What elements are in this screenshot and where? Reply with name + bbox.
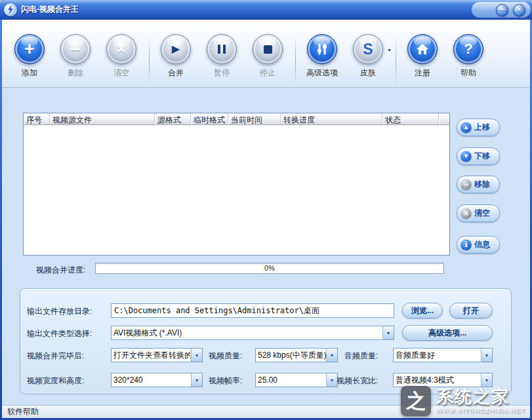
play-icon: ▶ — [161, 34, 191, 64]
toolbar: + 添加 − 删除 × 清空 ▶ 合并 — [2, 20, 530, 88]
merge-button[interactable]: ▶ 合并 — [153, 34, 198, 79]
cross-icon: × — [460, 208, 472, 219]
output-type-select[interactable]: AVI视频格式 (*.AVI) ▼ — [111, 326, 394, 340]
move-up-button[interactable]: ▲ 上移 — [457, 119, 500, 136]
pause-button[interactable]: 暂停 — [199, 34, 244, 79]
file-table: 序号 视频源文件 源格式 临时格式 当前时间 转换进度 状态 — [23, 113, 450, 256]
file-table-header: 序号 视频源文件 源格式 临时格式 当前时间 转换进度 状态 — [24, 113, 449, 125]
help-button[interactable]: ? 帮助 — [446, 34, 491, 79]
toolbar-divider — [396, 35, 396, 86]
skin-dropdown-icon[interactable]: ▼ — [387, 48, 392, 52]
stop-icon — [253, 34, 283, 64]
browse-button[interactable]: 浏览... — [402, 303, 443, 318]
video-size-label: 视频宽度和高度: — [27, 375, 84, 387]
after-merge-label: 视频合并完毕后: — [27, 351, 84, 362]
minus-icon: − — [460, 179, 472, 190]
dropdown-arrow-icon: ▼ — [326, 373, 337, 387]
video-size-select[interactable]: 320*240 ▼ — [111, 373, 203, 387]
column-header-source-format[interactable]: 源格式 — [155, 113, 191, 124]
window-controls: — × — [472, 2, 531, 18]
clear-list-button[interactable]: × 清空 — [457, 204, 500, 222]
skin-button[interactable]: S ▼ 皮肤 — [346, 34, 390, 79]
column-header-temp-format[interactable]: 临时格式 — [191, 113, 228, 124]
minimize-button[interactable]: — — [496, 4, 508, 16]
delete-button[interactable]: − 删除 — [53, 34, 98, 79]
merge-progress-label: 视频合并进度: — [36, 265, 85, 276]
file-list[interactable] — [24, 125, 449, 255]
dropdown-arrow-icon: ▼ — [382, 326, 394, 339]
aspect-ratio-select[interactable]: 普通视频4:3模式 ▼ — [393, 373, 493, 387]
frame-rate-label: 视频帧率: — [209, 375, 242, 387]
column-header-progress[interactable]: 转换进度 — [281, 113, 382, 124]
clear-icon: × — [106, 34, 136, 64]
dropdown-arrow-icon: ▼ — [191, 373, 202, 387]
stop-button[interactable]: 停止 — [245, 34, 290, 79]
up-arrow-icon: ▲ — [460, 122, 472, 133]
output-dir-label: 输出文件存放目录: — [27, 306, 92, 317]
add-button[interactable]: + 添加 — [7, 34, 52, 79]
audio-quality-select[interactable]: 音频质量好 ▼ — [393, 348, 493, 362]
register-button[interactable]: 注册 — [400, 34, 445, 79]
output-options-panel: 输出文件存放目录: 浏览... 打开 输出文件类型选择: AVI视频格式 (*.… — [20, 288, 512, 394]
window-title: 闪电-视频合并王 — [21, 4, 79, 15]
status-bar: 软件帮助 — [2, 405, 530, 418]
dropdown-arrow-icon: ▼ — [481, 349, 492, 362]
title-bar[interactable]: 闪电-视频合并王 — × — [0, 0, 532, 20]
clear-button[interactable]: × 清空 — [99, 34, 144, 79]
output-dir-input[interactable] — [111, 303, 394, 318]
status-text: 软件帮助 — [7, 406, 39, 417]
close-button[interactable]: × — [513, 4, 525, 16]
toolbar-divider — [295, 35, 296, 86]
close-icon: × — [518, 7, 522, 13]
dropdown-arrow-icon: ▼ — [191, 349, 202, 362]
after-merge-select[interactable]: 打开文件夹查看转换的' ▼ — [111, 348, 203, 362]
dropdown-arrow-icon: ▼ — [326, 349, 337, 362]
toolbar-divider — [149, 35, 150, 86]
app-logo-icon — [4, 3, 17, 16]
column-header-index[interactable]: 序号 — [24, 113, 50, 124]
skin-icon: S — [353, 34, 383, 64]
home-icon — [407, 34, 438, 64]
panel-advanced-options-button[interactable]: 高级选项... — [402, 325, 493, 341]
output-type-label: 输出文件类型选择: — [27, 328, 92, 339]
aspect-ratio-label: 视频长宽比: — [337, 375, 378, 387]
column-header-status[interactable]: 状态 — [382, 113, 439, 124]
dropdown-arrow-icon: ▼ — [481, 373, 492, 387]
open-button[interactable]: 打开 — [449, 303, 493, 318]
help-icon: ? — [453, 34, 483, 64]
pause-icon — [207, 34, 237, 64]
column-header-source-file[interactable]: 视频源文件 — [50, 113, 155, 124]
move-down-button[interactable]: ▼ 下移 — [457, 147, 500, 165]
advanced-options-button[interactable]: 高级选项 — [300, 34, 344, 79]
add-icon: + — [14, 34, 45, 64]
minimize-icon: — — [499, 7, 506, 13]
merge-progress-bar: 0% — [95, 263, 444, 274]
video-quality-select[interactable]: 528 kbps(中等质量) ▼ — [255, 348, 338, 362]
remove-button[interactable]: − 移除 — [457, 176, 500, 193]
audio-quality-label: 音频质量: — [344, 351, 378, 362]
merge-progress-value: 0% — [96, 263, 443, 273]
window-body: + 添加 − 删除 × 清空 ▶ 合并 — [2, 20, 530, 418]
column-header-current-time[interactable]: 当前时间 — [228, 113, 281, 124]
column-header-spacer — [439, 113, 449, 124]
advanced-options-icon — [307, 34, 337, 64]
frame-rate-select[interactable]: 25.00 ▼ — [255, 373, 338, 387]
info-button[interactable]: i 信息 — [457, 236, 500, 254]
info-icon: i — [460, 239, 472, 250]
video-quality-label: 视频质量: — [209, 351, 242, 362]
delete-icon: − — [60, 34, 91, 64]
app-window: 闪电-视频合并王 — × + 添加 − 删除 — [0, 0, 532, 420]
down-arrow-icon: ▼ — [460, 151, 472, 162]
